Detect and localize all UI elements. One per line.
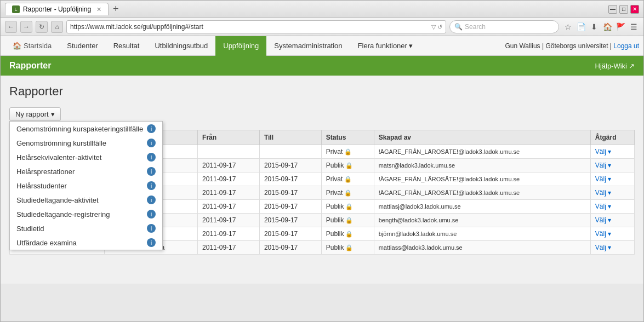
- flag-icon[interactable]: 🚩: [615, 21, 626, 32]
- status-badge: Publik 🔒: [326, 216, 369, 224]
- window-minimize-btn[interactable]: —: [608, 5, 617, 14]
- logout-link[interactable]: Logga ut: [613, 42, 639, 50]
- home-nav-icon[interactable]: 🏠: [602, 21, 613, 32]
- row-owner: bength@ladok3.ladok.umu.se: [374, 214, 590, 227]
- row-status: Publik 🔒: [321, 227, 374, 241]
- refresh-button[interactable]: ↻: [36, 21, 48, 33]
- info-icon-8[interactable]: i: [147, 238, 156, 247]
- lock-icon: 🔒: [345, 244, 353, 251]
- row-from: 2011-09-17: [198, 186, 260, 200]
- nav-flera-funktioner[interactable]: Flera funktioner ▾: [350, 36, 420, 56]
- row-action[interactable]: Välj ▾: [590, 241, 634, 255]
- row-action[interactable]: Välj ▾: [590, 173, 634, 186]
- download-icon[interactable]: ⬇: [589, 21, 600, 32]
- window-close-btn[interactable]: ✕: [630, 5, 639, 14]
- home-button[interactable]: ⌂: [51, 21, 63, 33]
- action-valj-link[interactable]: Välj ▾: [595, 244, 630, 251]
- dropdown-item-studiedeltagande-aktivitet[interactable]: Studiedeltagande-aktivitet i: [10, 193, 162, 207]
- page-title: Rapporter: [9, 84, 635, 99]
- new-report-dropdown: Ny rapport ▾ Genomströmning kurspaketeri…: [9, 107, 61, 121]
- dropdown-item-helars-aktivitet[interactable]: Helårsekvivalenter-aktivitet i: [10, 150, 162, 164]
- nav-resultat[interactable]: Resultat: [106, 36, 147, 56]
- row-action[interactable]: Välj ▾: [590, 159, 634, 173]
- nav-studenter[interactable]: Studenter: [59, 36, 105, 56]
- forward-button[interactable]: →: [20, 21, 32, 33]
- bookmark-star-icon[interactable]: ☆: [562, 21, 573, 32]
- lock-icon: 🔒: [345, 162, 353, 169]
- tab-title: Rapporter - Uppföljning: [23, 5, 91, 13]
- action-valj-link[interactable]: Välj ▾: [595, 216, 630, 224]
- address-bar[interactable]: https://www.mit.ladok.se/gui/uppföljning…: [66, 20, 446, 33]
- back-button[interactable]: ←: [5, 21, 17, 33]
- row-from: 2011-09-17: [198, 214, 260, 227]
- row-to: 2015-09-17: [259, 186, 321, 200]
- nav-uppfoljning[interactable]: Uppföljning: [215, 36, 266, 56]
- dropdown-item-studietid[interactable]: Studietid i: [10, 221, 162, 235]
- row-status: Privat 🔒: [321, 173, 374, 186]
- row-status: Privat 🔒: [321, 186, 374, 200]
- action-valj-link[interactable]: Välj ▾: [595, 162, 630, 169]
- action-valj-link[interactable]: Välj ▾: [595, 203, 630, 210]
- col-header-skapad-av: Skapad av: [374, 130, 590, 145]
- row-status: Publik 🔒: [321, 200, 374, 214]
- action-valj-link[interactable]: Välj ▾: [595, 148, 630, 156]
- row-owner: mattiass@ladok3.ladok.umu.se: [374, 241, 590, 255]
- url-text: https://www.mit.ladok.se/gui/uppföljning…: [70, 23, 429, 31]
- reading-view-icon[interactable]: 📄: [575, 21, 586, 32]
- new-report-button[interactable]: Ny rapport ▾: [9, 107, 61, 121]
- col-header-atgard: Åtgärd: [590, 130, 634, 145]
- row-action[interactable]: Välj ▾: [590, 200, 634, 214]
- nav-home[interactable]: 🏠 Startsida: [5, 36, 59, 56]
- row-owner: björnn@ladok3.ladok.umu.se: [374, 227, 590, 241]
- row-action[interactable]: Välj ▾: [590, 227, 634, 241]
- info-icon-2[interactable]: i: [147, 153, 156, 162]
- dropdown-item-genomstromning-kurstillfalle[interactable]: Genomströmning kurstillfälle i: [10, 136, 162, 150]
- browser-tab[interactable]: L Rapporter - Uppföljning ✕: [5, 3, 109, 15]
- info-icon-1[interactable]: i: [147, 139, 156, 147]
- info-icon-5[interactable]: i: [147, 196, 156, 204]
- status-badge: Privat 🔒: [326, 175, 369, 183]
- row-to: 2015-09-17: [259, 200, 321, 214]
- action-valj-link[interactable]: Välj ▾: [595, 175, 630, 183]
- row-action[interactable]: Välj ▾: [590, 145, 634, 159]
- row-from: 2011-09-17: [198, 200, 260, 214]
- tab-close-btn[interactable]: ✕: [96, 6, 101, 13]
- row-from: 2011-09-17: [198, 173, 260, 186]
- nav-utbildningsutbud[interactable]: Utbildningsutbud: [147, 36, 215, 56]
- help-wiki-link[interactable]: Hjälp-Wiki ↗: [595, 62, 635, 70]
- row-from: 2011-09-17: [198, 241, 260, 255]
- info-icon-7[interactable]: i: [147, 224, 156, 233]
- menu-icon[interactable]: ☰: [628, 21, 639, 32]
- nav-systemadministration[interactable]: Systemadministration: [266, 36, 350, 56]
- row-to: 2015-09-17: [259, 159, 321, 173]
- row-owner: !ÄGARE_FRÅN_LÄROSÄTE!@ladok3.ladok.umu.s…: [374, 173, 590, 186]
- dropdown-item-utfardade-examina[interactable]: Utfärdade examina i: [10, 235, 162, 250]
- info-icon-6[interactable]: i: [147, 210, 156, 219]
- dropdown-item-helars-prestationer[interactable]: Helårsprestationer i: [10, 164, 162, 179]
- info-icon-3[interactable]: i: [147, 167, 156, 176]
- dropdown-item-helars-studenter[interactable]: Helårsstudenter i: [10, 179, 162, 193]
- row-action[interactable]: Välj ▾: [590, 214, 634, 227]
- search-bar[interactable]: 🔍 Search: [449, 20, 559, 33]
- info-icon-0[interactable]: i: [147, 124, 156, 133]
- address-bar-icons: ▽ ↺: [431, 24, 442, 31]
- row-to: 2015-09-17: [259, 214, 321, 227]
- row-status: Publik 🔒: [321, 214, 374, 227]
- action-valj-link[interactable]: Välj ▾: [595, 230, 630, 238]
- dropdown-item-studiedeltagande-registrering[interactable]: Studiedeltagande-registrering i: [10, 207, 162, 221]
- app-header: Rapporter Hjälp-Wiki ↗: [1, 56, 643, 76]
- info-icon-4[interactable]: i: [147, 181, 156, 190]
- home-icon: 🏠: [13, 42, 21, 50]
- status-badge: Privat 🔒: [326, 189, 369, 197]
- row-owner: !ÄGARE_FRÅN_LÄROSÄTE!@ladok3.ladok.umu.s…: [374, 145, 590, 159]
- lock-icon: 🔒: [345, 203, 353, 210]
- new-tab-btn[interactable]: +: [113, 3, 119, 15]
- row-action[interactable]: Välj ▾: [590, 186, 634, 200]
- lock-icon: 🔒: [345, 231, 353, 238]
- row-status: Publik 🔒: [321, 159, 374, 173]
- window-maximize-btn[interactable]: □: [619, 5, 628, 14]
- dropdown-item-genomstromning-kurspaketeringstillfalle[interactable]: Genomströmning kurspaketeringstillfälle …: [10, 122, 162, 136]
- report-type-dropdown-menu: Genomströmning kurspaketeringstillfälle …: [9, 121, 163, 250]
- action-valj-link[interactable]: Välj ▾: [595, 189, 630, 197]
- status-badge: Publik 🔒: [326, 244, 369, 251]
